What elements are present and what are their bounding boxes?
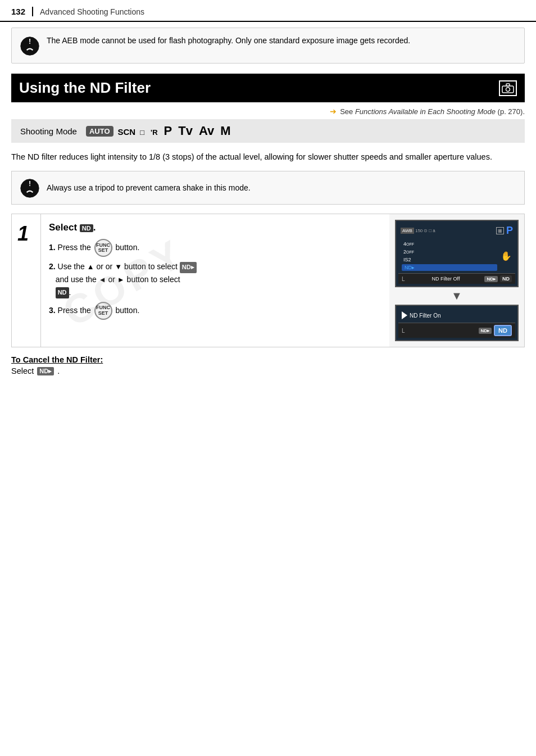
see-functions-link: Functions Available in Each Shooting Mod… <box>355 107 496 116</box>
warning-icon-1: ! <box>20 36 40 56</box>
cam-setting-is2: IS2 <box>402 256 497 263</box>
step-number: 1 <box>17 222 29 245</box>
arrow-right-btn: ► <box>117 274 125 286</box>
see-functions-line: ➔ See Functions Available in Each Shooti… <box>11 107 525 116</box>
cam-triangle <box>402 311 407 319</box>
svg-rect-3 <box>506 84 510 86</box>
arrow-down-between: ▼ <box>395 287 519 305</box>
page-title: Advanced Shooting Functions <box>40 7 144 16</box>
page-number: 132 <box>11 7 33 16</box>
mode-p: P <box>164 124 172 138</box>
cancel-nd-badge: ND▸ <box>37 367 54 375</box>
svg-text:!: ! <box>29 180 31 188</box>
arrow-up: ▲ <box>87 261 94 273</box>
cam-right-icon: ✋ <box>501 241 512 271</box>
mode-m: M <box>220 124 230 138</box>
warning-icon-2: ! <box>20 178 40 198</box>
awb-icon: AWB <box>401 228 414 234</box>
cam-setting-nd-selected: ND▸ <box>402 264 497 271</box>
nd-setting-icon: ND▸ <box>405 265 415 270</box>
cam-nd-selected-badge: ND <box>494 325 512 336</box>
nd-badge-heading: ND <box>80 224 93 232</box>
shooting-mode-label: Shooting Mode <box>20 126 77 136</box>
cancel-text-label: Select <box>11 366 34 375</box>
cam-nd-on-row: ND Filter On <box>402 311 512 319</box>
cam-setting-4off: 4OFF <box>402 241 497 247</box>
func-set-btn-1: FUNCSET <box>94 239 112 257</box>
iso-icon: 150 <box>415 228 423 233</box>
cancel-section: To Cancel the ND Filter: Select ND▸. <box>11 355 525 375</box>
camera-icon <box>499 80 517 96</box>
section-heading: Using the ND Filter <box>11 74 525 102</box>
svg-text:!: ! <box>29 38 31 46</box>
warning-box-1: ! The AEB mode cannot be used for flash … <box>11 28 525 64</box>
page-header: 132 Advanced Shooting Functions <box>0 0 536 22</box>
cam-nd-badge-bottom-right: ND <box>500 275 512 282</box>
cam-settings-list: 4OFF 2OFF IS2 ND▸ <box>402 241 497 271</box>
arrow-icon: ➔ <box>330 107 337 116</box>
warning-box-2: ! Always use a tripod to prevent camera … <box>11 171 525 205</box>
step-item-1: 1. Press the FUNCSET button. <box>49 239 389 257</box>
camera-screen-1: AWB 150 ⊙ □ â ▦ P 4OFF <box>395 220 519 287</box>
step-text-col: COPY Select ND. 1. Press the FUNCSET but… <box>41 214 389 347</box>
cam-l-label-2: L <box>402 328 405 334</box>
cam-nd-filter-off-text: ND Filter Off <box>432 276 460 282</box>
warning-text-1: The AEB mode cannot be used for flash ph… <box>47 35 410 47</box>
mode-text: SCN □ 'R P Tv Av M <box>118 124 233 138</box>
nd-badge-2: ND▸ <box>180 262 197 273</box>
func-set-btn-2: FUNCSET <box>94 302 112 320</box>
see-functions-text: See Functions Available in Each Shooting… <box>340 107 525 116</box>
step-num-1: 1. <box>49 243 56 252</box>
face-icon: ⊙ <box>424 228 428 233</box>
cam-icons-row: AWB 150 ⊙ □ â ▦ P <box>398 223 515 238</box>
mode-tv: Tv <box>178 124 193 138</box>
cam-screen2-inner: ND Filter On <box>398 308 515 323</box>
cancel-text: Select ND▸. <box>11 366 525 375</box>
shooting-mode-bar: Shooting Mode AUTO SCN □ 'R P Tv Av M <box>11 119 525 143</box>
arrow-left: ◄ <box>99 274 106 286</box>
camera-screen-col: AWB 150 ⊙ □ â ▦ P 4OFF <box>389 214 524 347</box>
step-num-3: 3. <box>49 306 56 315</box>
cam-l-label: L <box>402 276 405 282</box>
step-inner: COPY Select ND. 1. Press the FUNCSET but… <box>41 214 524 347</box>
cam-screen2-bottom: L ND▸ ND <box>398 323 515 338</box>
mode-crop: □ <box>140 128 144 137</box>
mode-r: 'R <box>151 128 157 137</box>
cam-nd-badge-s2-left: ND▸ <box>479 328 492 334</box>
description-text: The ND filter reduces light intensity to… <box>11 151 525 163</box>
timer-icon: â <box>433 228 435 233</box>
cam-setting-2off: 2OFF <box>402 248 497 255</box>
mode-scn: SCN <box>118 127 136 137</box>
or-text: or <box>106 262 112 271</box>
step-1-container: 1 COPY Select ND. 1. Press the FUNCSET b… <box>11 214 525 347</box>
step-number-col: 1 <box>12 214 41 347</box>
z-icon: ▦ <box>496 227 504 234</box>
step-num-2: 2. <box>49 262 56 271</box>
section-title: Using the ND Filter <box>19 79 151 97</box>
p-mode-indicator: P <box>506 225 513 237</box>
cam-bottom-bar-1: L ND Filter Off ND▸ ND <box>398 273 515 284</box>
cam-settings-area: 4OFF 2OFF IS2 ND▸ ✋ <box>398 238 515 273</box>
auto-badge: AUTO <box>86 126 113 137</box>
step-item-3: 3. Press the FUNCSET button. <box>49 302 389 320</box>
cam-nd-badge-bottom-left: ND▸ <box>484 276 498 282</box>
cam-bottom-right-2: ND▸ ND <box>479 325 512 336</box>
step-heading: Select ND. <box>49 222 389 233</box>
svg-point-4 <box>506 87 510 91</box>
arrow-down-btn: ▼ <box>115 261 122 273</box>
cancel-heading: To Cancel the ND Filter: <box>11 355 525 364</box>
nd-badge-3: ND <box>56 287 69 298</box>
step-item-2: 2. Use the ▲ or or ▼ button to select ND… <box>49 260 389 298</box>
warning-text-2: Always use a tripod to prevent camera sh… <box>47 182 251 194</box>
camera-screen-2: ND Filter On L ND▸ ND <box>395 305 519 341</box>
mode-av: Av <box>199 124 214 138</box>
bracket-icon: □ <box>429 228 431 233</box>
cam-nd-filter-on-text: ND Filter On <box>410 313 441 319</box>
